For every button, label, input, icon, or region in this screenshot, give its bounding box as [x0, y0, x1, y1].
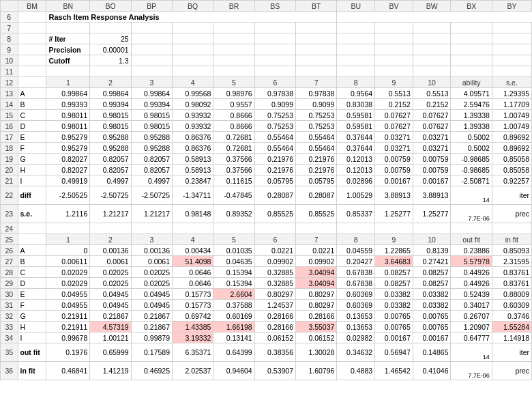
cell-br-r36: 0.94604: [213, 362, 254, 380]
cell-br-r22: -0.47845: [213, 186, 254, 205]
cell-bs-r29: 0.32885: [254, 278, 295, 289]
cell-bn-r16: 0.98011: [46, 121, 90, 132]
cell-by-r31: 0.60309: [492, 300, 531, 311]
cell-bq-r27: 51.4098: [173, 256, 213, 267]
cell-by-r26: 0.85093: [492, 245, 531, 256]
cell-bn-r21: 0.49919: [46, 175, 90, 186]
cell-bo-r28: 0.02025: [90, 267, 131, 278]
cell-bw-r8: [413, 33, 451, 44]
cell-bq-r20: 0.58913: [173, 165, 213, 175]
cell-bn-r27: 0.00611: [46, 256, 90, 267]
cell-bm-r28: C: [18, 267, 46, 278]
cell-by-r10: [492, 55, 531, 66]
col-by: BY: [492, 1, 531, 12]
cell-bm: [18, 12, 46, 23]
cell-bo-r8: 25: [90, 33, 131, 44]
cell-bm-r31: F: [18, 300, 46, 311]
cell-bp-r27: 0.0061: [131, 256, 172, 267]
cell-bw-r11: [413, 66, 451, 77]
cell-bv-r22: 3.88913: [375, 186, 413, 205]
cell-by-r22: iter: [492, 186, 531, 205]
cell-bs-r9: [254, 44, 295, 55]
row-number: 35: [1, 343, 18, 362]
row-number: 8: [1, 33, 18, 44]
cell-bo-r32: 0.21867: [90, 311, 131, 322]
cell-bt-r17: 0.55464: [296, 132, 337, 143]
cell-bx-r22: 14: [451, 186, 492, 205]
cell-bx-r15: 1.39338: [451, 110, 492, 121]
cell-bp-r21: 0.4997: [131, 175, 172, 186]
cell-bx-r35: 14: [451, 343, 492, 362]
cell-br-r33: 1.66198: [213, 322, 254, 333]
cell-bu-r27: 0.20427: [337, 256, 375, 267]
cell-bw-r34: 0.00167: [413, 333, 451, 343]
cell-bo-r27: 0.0061: [90, 256, 131, 267]
cell-bs-r27: 0.09902: [254, 256, 295, 267]
cell-bv-r9: [375, 44, 413, 55]
cell-bx-r18: 0.5002: [451, 143, 492, 154]
cell-bu-r20: 0.12013: [337, 165, 375, 175]
cell-bx-r32: 0.26707: [451, 311, 492, 322]
cell-bw-r20: 0.00759: [413, 165, 451, 175]
cell-bv-r30: 0.03382: [375, 289, 413, 300]
cell-by-r15: 1.00749: [492, 110, 531, 121]
cell-by-r8: [492, 33, 531, 44]
cell-bw-r15: 0.07627: [413, 110, 451, 121]
cell-bv-r10: [375, 55, 413, 66]
cell-bs-r34: 0.06152: [254, 333, 295, 343]
cell-bw-r22: 3.88913: [413, 186, 451, 205]
cell-bu-r36: 0.4883: [337, 362, 375, 380]
cell-br-r14: 0.9557: [213, 99, 254, 110]
col-bq: BQ: [173, 1, 213, 12]
cell-bt-r29: 3.04094: [296, 278, 337, 289]
cell-bo-r22: -2.50725: [90, 186, 131, 205]
row-number: 13: [1, 88, 18, 99]
cell-bn-r17: 0.95279: [46, 132, 90, 143]
cell-bn-r32: 0.21911: [46, 311, 90, 322]
cell-bw-r30: 0.03382: [413, 289, 451, 300]
cell-br-r24: [213, 223, 254, 234]
row-number: 25: [1, 234, 18, 245]
cell-bu-r26: 0.04559: [337, 245, 375, 256]
cell-bv-r19: 0.00759: [375, 154, 413, 165]
cell-bs-r11: [254, 66, 295, 77]
cell-bw-r12: 10: [413, 77, 451, 88]
row-number: 21: [1, 175, 18, 186]
cell-bw-r25: 10: [413, 234, 451, 245]
cell-bt-r12: 7: [296, 77, 337, 88]
cell-by-r34: 1.14918: [492, 333, 531, 343]
cell-bq-r28: 0.0646: [173, 267, 213, 278]
cell-bp-r36: 0.46925: [131, 362, 172, 380]
cell-bt-r15: 0.75253: [296, 110, 337, 121]
cell-br-r7: [213, 23, 254, 33]
cell-bq-r36: 2.02537: [173, 362, 213, 380]
cell-bn-r8: # Iter: [46, 33, 90, 44]
cell-bn-r28: 0.02029: [46, 267, 90, 278]
cell-bq-r19: 0.58913: [173, 154, 213, 165]
cell-bs-r21: 0.05795: [254, 175, 295, 186]
cell-bo-r21: 0.4997: [90, 175, 131, 186]
cell-bv-r17: 0.03271: [375, 132, 413, 143]
cell-bq-r13: 0.99568: [173, 88, 213, 99]
cell-br-r8: [213, 33, 254, 44]
cell-by-r25: in fit: [492, 234, 531, 245]
cell-bt-r25: 7: [296, 234, 337, 245]
col-bx: BX: [451, 1, 492, 12]
cell-bs-r24: [254, 223, 295, 234]
cell-bn-r35: 0.1976: [46, 343, 90, 362]
cell-bs-r26: 0.0221: [254, 245, 295, 256]
cell-bq-r21: 0.23847: [173, 175, 213, 186]
cell-br-r15: 0.8666: [213, 110, 254, 121]
row-number: 10: [1, 55, 18, 66]
cell-bw-r17: 0.03271: [413, 132, 451, 143]
cell-bs-r15: 0.75253: [254, 110, 295, 121]
cell-bq-r14: 0.98092: [173, 99, 213, 110]
cell-bm-r10: [18, 55, 46, 66]
col-bu: BU: [337, 1, 375, 12]
cell-bm-r12: [18, 77, 46, 88]
cell-bo-r34: 1.00121: [90, 333, 131, 343]
cell-bt-r13: 0.97838: [296, 88, 337, 99]
cell-br-r29: 0.15394: [213, 278, 254, 289]
row-number: 20: [1, 165, 18, 175]
cell-br-r10: [213, 55, 254, 66]
